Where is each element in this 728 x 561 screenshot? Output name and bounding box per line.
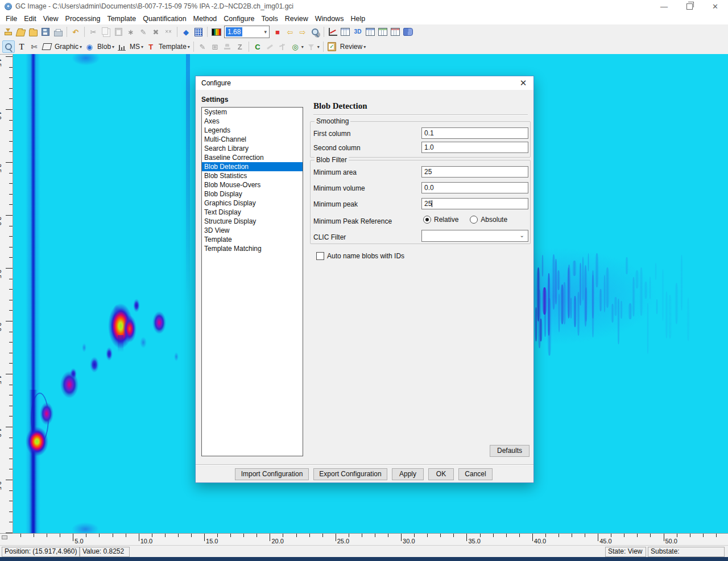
template-tool-icon[interactable]: T (145, 41, 156, 52)
calculator-icon[interactable] (193, 26, 204, 38)
minimize-button[interactable]: — (651, 0, 677, 13)
delete-graphic-icon[interactable]: ✄ (28, 41, 40, 52)
stop-icon[interactable]: ■ (272, 26, 283, 38)
settings-item-text-display[interactable]: Text Display (202, 208, 303, 217)
blob-tool-icon[interactable]: ◉ (84, 41, 95, 52)
graphic-tool-icon[interactable] (41, 41, 52, 52)
settings-item-multi-channel[interactable]: Multi-Channel (202, 135, 303, 144)
export-configuration-button[interactable]: Export Configuration (313, 468, 387, 480)
stamp-icon[interactable] (222, 41, 233, 52)
settings-item-blob-display[interactable]: Blob Display (202, 189, 303, 199)
blob-tool-label[interactable]: Blob (97, 43, 111, 51)
zoom-tool-icon[interactable] (2, 40, 15, 53)
paste-icon[interactable] (113, 26, 124, 38)
settings-item-template-matching[interactable]: Template Matching (202, 244, 303, 253)
edit-table-icon[interactable] (390, 26, 401, 38)
menu-file[interactable]: File (2, 13, 20, 24)
text-tool-icon[interactable]: T (16, 41, 27, 52)
menu-edit[interactable]: Edit (20, 13, 40, 24)
edit-pen-icon[interactable]: ✎ (138, 26, 149, 38)
include-blob-icon[interactable]: ✎ (197, 41, 208, 52)
import-configuration-button[interactable]: Import Configuration (235, 468, 309, 480)
summary-table-icon[interactable] (377, 26, 388, 38)
absolute-radio[interactable] (470, 216, 478, 224)
close-button[interactable]: ✕ (702, 0, 728, 13)
settings-item-graphics-display[interactable]: Graphics Display (202, 199, 303, 208)
minimum-area-input[interactable]: 25 (421, 166, 528, 178)
menu-help[interactable]: Help (347, 13, 369, 24)
colorize-icon[interactable]: ◆ (180, 26, 192, 38)
second-column-input[interactable]: 1.0 (421, 142, 528, 153)
values-table-icon[interactable] (340, 26, 351, 38)
settings-item-system[interactable]: System (202, 108, 303, 117)
ok-button[interactable]: OK (428, 468, 454, 480)
settings-item-blob-statistics[interactable]: Blob Statistics (202, 171, 303, 180)
settings-item-blob-detection[interactable]: Blob Detection (202, 162, 303, 171)
apply-button[interactable]: Apply (392, 468, 424, 480)
compare-images-icon[interactable] (402, 26, 413, 38)
menu-quantification[interactable]: Quantification (139, 13, 189, 24)
minimum-peak-input[interactable]: 25 (421, 198, 528, 209)
review-icon[interactable] (326, 41, 338, 52)
chevron-down-icon[interactable]: ▾ (317, 44, 320, 50)
settings-item-3d-view[interactable]: 3D View (202, 226, 303, 235)
menu-configure[interactable]: Configure (220, 13, 258, 24)
minimum-volume-input[interactable]: 0.0 (421, 182, 528, 193)
blob-table-icon[interactable] (365, 26, 376, 38)
open-file-icon[interactable] (15, 26, 26, 38)
clic-icon[interactable]: C (252, 41, 263, 52)
chevron-down-icon[interactable]: ▾ (141, 44, 143, 50)
defaults-button[interactable]: Defaults (490, 445, 530, 457)
forward-icon[interactable]: ⇨ (297, 26, 308, 38)
cancel-button[interactable]: Cancel (458, 468, 493, 480)
settings-item-structure-display[interactable]: Structure Display (202, 217, 303, 226)
menu-template[interactable]: Template (104, 13, 139, 24)
settings-item-blob-mouse-overs[interactable]: Blob Mouse-Overs (202, 180, 303, 189)
review-label[interactable]: Review (340, 43, 362, 51)
ms-tool-icon[interactable] (116, 41, 127, 52)
palette-icon[interactable] (210, 26, 222, 38)
copy-icon[interactable] (100, 26, 111, 38)
delete-icon[interactable]: ✖ (150, 26, 162, 38)
settings-item-legends[interactable]: Legends (202, 126, 303, 135)
settings-item-template[interactable]: Template (202, 235, 303, 244)
auto-name-checkbox[interactable] (316, 252, 324, 260)
chevron-down-icon[interactable]: ▾ (188, 44, 190, 50)
graphic-tool-label[interactable]: Graphic (55, 43, 78, 51)
plot-icon[interactable] (327, 26, 338, 38)
chevron-down-icon[interactable]: ▾ (301, 44, 304, 50)
settings-item-axes[interactable]: Axes (202, 117, 303, 126)
menu-review[interactable]: Review (282, 13, 312, 24)
zoom-level-combo[interactable]: 1.68▾ (224, 26, 270, 38)
ms-tool-label[interactable]: MS (130, 43, 140, 51)
dialog-title-bar[interactable]: Configure ✕ (196, 76, 533, 90)
z-order-icon[interactable]: Z (234, 41, 246, 52)
save-icon[interactable] (40, 26, 51, 38)
back-icon[interactable]: ⇦ (284, 26, 296, 38)
chevron-down-icon[interactable]: ▾ (80, 44, 82, 50)
menu-view[interactable]: View (40, 13, 62, 24)
cut-icon[interactable]: ✂ (88, 26, 99, 38)
undo-icon[interactable]: ↶ (70, 26, 81, 38)
menu-windows[interactable]: Windows (312, 13, 348, 24)
import-image-icon[interactable] (2, 26, 14, 38)
menu-processing[interactable]: Processing (62, 13, 104, 24)
merge-blobs-icon[interactable]: ∗ (125, 26, 136, 38)
zoom-window-icon[interactable] (309, 26, 321, 38)
menu-tools[interactable]: Tools (258, 13, 282, 24)
print-icon[interactable] (52, 26, 64, 38)
settings-item-baseline-correction[interactable]: Baseline Correction (202, 153, 303, 162)
first-column-input[interactable]: 0.1 (421, 127, 528, 139)
structure-icon[interactable] (277, 41, 288, 52)
template-tool-label[interactable]: Template (159, 43, 187, 51)
delete-all-icon[interactable]: ×× (163, 26, 174, 38)
relative-radio[interactable] (423, 216, 431, 224)
dialog-close-button[interactable]: ✕ (513, 76, 533, 90)
menu-method[interactable]: Method (190, 13, 221, 24)
clic-filter-select[interactable]: ⌄ (421, 230, 528, 242)
close-file-icon[interactable] (27, 26, 39, 38)
chevron-down-icon[interactable]: ▾ (363, 44, 366, 50)
knife-icon[interactable] (264, 41, 276, 52)
blob-set-icon[interactable]: ⊞ (209, 41, 221, 52)
threed-view-icon[interactable]: 3D (352, 26, 363, 38)
